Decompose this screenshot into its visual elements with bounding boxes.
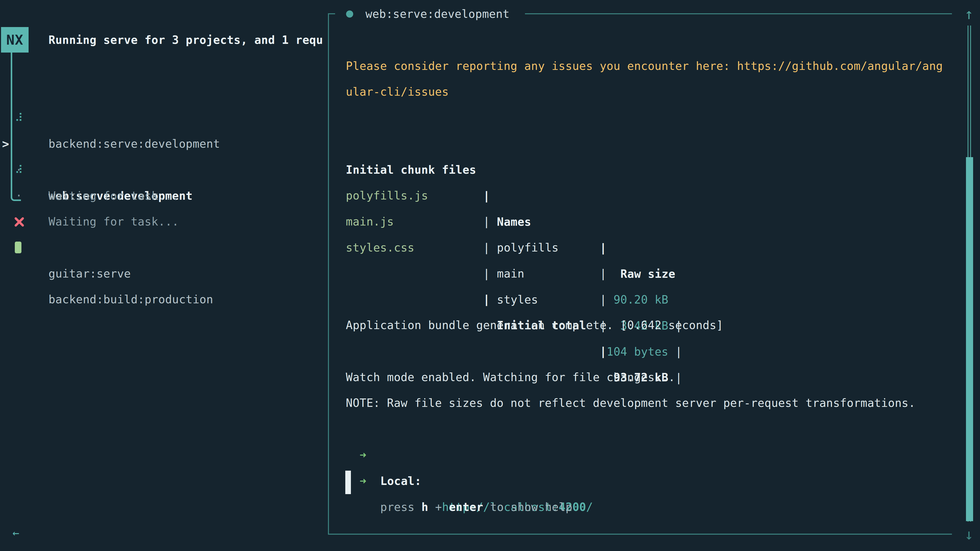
- pipe: |: [483, 261, 490, 287]
- pipe: |: [483, 209, 490, 235]
- task-label: guitar:serve: [48, 261, 131, 287]
- pipe: |: [483, 235, 490, 261]
- sidebar-title: Running serve for 3 projects, and 1 requ: [48, 27, 328, 53]
- scroll-up-icon[interactable]: ↑: [963, 3, 976, 25]
- sidebar-item-web-serve[interactable]: > ⠼ web:serve:development: [0, 105, 327, 131]
- chunk-table-total-row: | Initial total | 93.72 kB: [0, 260, 14, 286]
- pipe: |: [600, 261, 607, 287]
- page-prev-arrow[interactable]: ←: [13, 520, 19, 546]
- panel-title: web:serve:development: [366, 1, 510, 27]
- local-server-line: ➜ Local: http://localhost:4200/: [0, 416, 14, 442]
- sidebar-footer: ← 1/1 → quit: q help: ?: [0, 494, 327, 520]
- task-label: Waiting for task...: [48, 183, 179, 209]
- sidebar-item-backend-build[interactable]: backend:build:production: [0, 234, 327, 260]
- help-hint-text: press h + enter to show help: [380, 494, 573, 520]
- cell-name: main: [497, 261, 525, 287]
- url-suffix: /: [586, 500, 593, 513]
- sidebar-item-backend-serve[interactable]: ⠼ backend:serve:development: [0, 79, 327, 105]
- key-h: h: [422, 500, 428, 513]
- note-line: NOTE: Raw file sizes do not reflect deve…: [346, 390, 915, 416]
- pipe: |: [483, 286, 490, 313]
- terminal-notice-line-2: ular-cli/issues: [346, 79, 449, 105]
- cell-name: polyfills: [497, 235, 558, 261]
- pipe: |: [600, 235, 607, 261]
- waiting-dot-icon: ·: [14, 183, 24, 209]
- chunk-table-row: main.js | main | 3.42 kB |: [0, 183, 14, 209]
- terminal-cursor: [345, 471, 351, 494]
- arrow-icon: ➜: [360, 468, 366, 494]
- error-x-icon: [14, 217, 24, 227]
- pipe: |: [600, 338, 607, 365]
- panel-border-top: [525, 13, 952, 14]
- cell-name: styles: [497, 287, 538, 313]
- terminal-notice-line-1: Please consider reporting any issues you…: [346, 53, 943, 79]
- scrollbar-thumb[interactable]: [966, 157, 973, 521]
- pipe: |: [600, 287, 607, 313]
- scroll-down-icon[interactable]: ↓: [963, 523, 976, 546]
- chunk-table-row: polyfills.js | polyfills | 90.20 kB |: [0, 157, 14, 183]
- nx-logo: NX: [1, 27, 29, 52]
- panel-border-top-corner: [328, 13, 335, 14]
- help-hint-line: ➜ press h + enter to show help: [0, 442, 14, 468]
- cell-size: 90.20 kB: [607, 287, 668, 313]
- pipe: |: [675, 365, 682, 391]
- arrow-icon: ➜: [360, 442, 366, 468]
- cell-file: styles.css: [346, 235, 414, 261]
- pipe: |: [483, 183, 490, 209]
- sidebar-item-waiting-1[interactable]: · Waiting for task...: [0, 131, 327, 157]
- panel-border-bottom: [328, 534, 952, 535]
- header-raw-size: Raw size: [620, 261, 675, 287]
- local-label: Local:: [380, 468, 422, 494]
- chunk-table-row: styles.css | styles | 104 bytes |: [0, 209, 14, 235]
- page-indicator: 1/1: [27, 546, 48, 551]
- task-label: backend:build:production: [48, 286, 213, 313]
- chunk-table-header: Initial chunk files | Names | Raw size: [0, 131, 14, 157]
- watch-mode-line: Watch mode enabled. Watching for file ch…: [346, 364, 675, 390]
- cell-file: main.js: [346, 209, 394, 235]
- sidebar-item-waiting-2[interactable]: · Waiting for task...: [0, 157, 327, 183]
- pipe: |: [675, 339, 682, 365]
- bundle-complete-line: Application bundle generation complete. …: [346, 312, 723, 338]
- panel-border-left: [328, 13, 329, 535]
- cell-file: polyfills.js: [346, 183, 428, 209]
- success-square-icon: [15, 241, 21, 253]
- running-bullet-icon: [346, 11, 353, 17]
- cell-size: 104 bytes: [607, 339, 668, 365]
- key-enter: enter: [449, 500, 483, 513]
- header-names: Names: [497, 209, 531, 235]
- sidebar-item-guitar-serve[interactable]: guitar:serve: [0, 209, 327, 235]
- header-files: Initial chunk files: [346, 157, 476, 183]
